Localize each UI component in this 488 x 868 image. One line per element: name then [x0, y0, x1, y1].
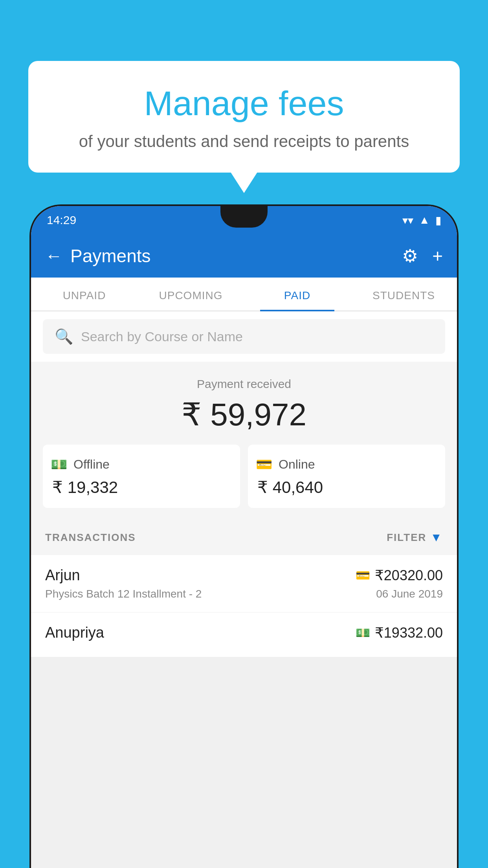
payment-summary: Payment received ₹ 59,972 💵 Offline ₹ 19…: [31, 362, 457, 520]
wifi-icon: ▾▾: [402, 214, 413, 227]
tab-upcoming[interactable]: UPCOMING: [138, 278, 244, 311]
settings-icon[interactable]: ⚙: [402, 245, 418, 267]
speech-bubble-title: Manage fees: [48, 85, 440, 123]
app-title: Payments: [70, 245, 402, 267]
trans-date: 06 June 2019: [376, 588, 443, 600]
transaction-top: Anupriya 💵 ₹19332.00: [45, 624, 443, 641]
transaction-top: Arjun 💳 ₹20320.00: [45, 567, 443, 584]
add-icon[interactable]: +: [432, 245, 443, 267]
tab-students[interactable]: STUDENTS: [350, 278, 457, 311]
battery-icon: ▮: [435, 214, 441, 227]
phone-frame: 14:29 ▾▾ ▲ ▮ ← Payments ⚙ + UNPAID UPCOM…: [29, 204, 459, 868]
payment-total-amount: ₹ 59,972: [43, 396, 445, 433]
payment-received-label: Payment received: [43, 377, 445, 391]
trans-name: Arjun: [45, 567, 80, 584]
speech-bubble: Manage fees of your students and send re…: [28, 61, 460, 173]
tabs: UNPAID UPCOMING PAID STUDENTS: [31, 278, 457, 311]
status-bar: 14:29 ▾▾ ▲ ▮: [31, 206, 457, 234]
search-box[interactable]: 🔍 Search by Course or Name: [43, 319, 445, 354]
tab-unpaid[interactable]: UNPAID: [31, 278, 138, 311]
offline-label: Offline: [73, 457, 110, 472]
transactions-header: TRANSACTIONS FILTER ▼: [31, 520, 457, 555]
filter-button[interactable]: FILTER ▼: [387, 531, 443, 544]
cash-payment-icon: 💵: [356, 626, 370, 640]
offline-amount: ₹ 19,332: [51, 478, 232, 497]
online-label: Online: [279, 457, 315, 472]
notch: [220, 206, 268, 228]
payment-cards: 💵 Offline ₹ 19,332 💳 Online ₹ 40,640: [43, 445, 445, 508]
offline-card: 💵 Offline ₹ 19,332: [43, 445, 240, 508]
transaction-bottom: Physics Batch 12 Installment - 2 06 June…: [45, 588, 443, 600]
phone-inner: 14:29 ▾▾ ▲ ▮ ← Payments ⚙ + UNPAID UPCOM…: [31, 206, 457, 868]
search-container: 🔍 Search by Course or Name: [31, 311, 457, 362]
offline-icon: 💵: [51, 456, 67, 472]
trans-name: Anupriya: [45, 624, 104, 641]
trans-amount-wrap: 💳 ₹20320.00: [356, 567, 443, 584]
online-card: 💳 Online ₹ 40,640: [248, 445, 445, 508]
app-bar: ← Payments ⚙ +: [31, 234, 457, 278]
online-amount: ₹ 40,640: [256, 478, 437, 497]
status-icons: ▾▾ ▲ ▮: [402, 214, 441, 227]
back-button[interactable]: ←: [45, 246, 62, 266]
trans-desc: Physics Batch 12 Installment - 2: [45, 588, 202, 600]
tab-paid[interactable]: PAID: [244, 278, 350, 311]
transaction-row[interactable]: Arjun 💳 ₹20320.00 Physics Batch 12 Insta…: [31, 555, 457, 612]
signal-icon: ▲: [419, 214, 430, 226]
transactions-label: TRANSACTIONS: [45, 531, 136, 544]
search-icon: 🔍: [55, 328, 73, 345]
trans-amount: ₹20320.00: [375, 567, 443, 584]
app-bar-actions: ⚙ +: [402, 245, 443, 267]
filter-icon: ▼: [430, 531, 443, 544]
transaction-row[interactable]: Anupriya 💵 ₹19332.00: [31, 612, 457, 657]
search-placeholder: Search by Course or Name: [81, 329, 243, 344]
trans-amount-wrap: 💵 ₹19332.00: [356, 625, 443, 641]
offline-card-header: 💵 Offline: [51, 456, 232, 472]
online-card-header: 💳 Online: [256, 456, 437, 472]
filter-label: FILTER: [387, 531, 426, 544]
status-time: 14:29: [47, 213, 76, 227]
card-payment-icon: 💳: [356, 568, 370, 582]
online-icon: 💳: [256, 456, 272, 472]
speech-bubble-subtitle: of your students and send receipts to pa…: [48, 132, 440, 151]
trans-amount: ₹19332.00: [375, 625, 443, 641]
